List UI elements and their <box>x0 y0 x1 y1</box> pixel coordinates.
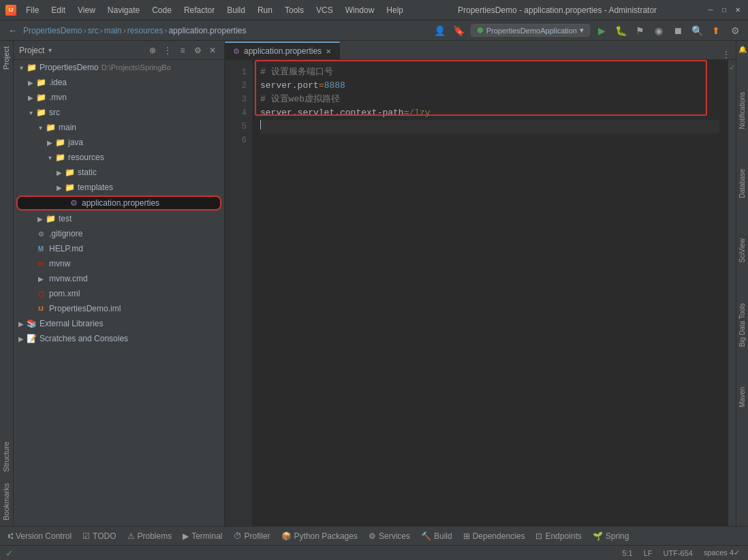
code-line-5[interactable] <box>260 120 719 134</box>
status-position[interactable]: 5:1 <box>619 549 635 557</box>
search-button[interactable]: 🔍 <box>689 23 704 38</box>
bookmarks-left-tab[interactable]: Bookmarks <box>0 478 13 526</box>
maximize-button[interactable]: □ <box>719 5 729 15</box>
tree-app-properties[interactable]: ⚙ application.properties <box>16 196 221 211</box>
tab-spring[interactable]: 🌱 Spring <box>587 529 635 544</box>
menu-run[interactable]: Run <box>252 4 278 16</box>
bigdata-label[interactable]: Big Data Tools <box>738 300 747 349</box>
sidebar-close[interactable]: ✕ <box>206 44 219 57</box>
status-indent[interactable]: spaces 4✓ <box>701 548 743 557</box>
tree-java[interactable]: ▶ 📁 java <box>14 135 224 150</box>
update-button[interactable]: ⬆ <box>708 23 723 38</box>
tree-pomxml[interactable]: ⬡ pom.xml <box>14 286 224 301</box>
chevron-down-icon-main[interactable]: ▾ <box>35 123 45 132</box>
menu-window[interactable]: Window <box>340 4 380 16</box>
project-left-tab[interactable]: Project <box>0 41 13 75</box>
tab-terminal[interactable]: ▶ Terminal <box>177 529 228 544</box>
tree-expand-root[interactable]: ▾ <box>16 63 26 72</box>
tree-gitignore[interactable]: ⚙ .gitignore <box>14 226 224 241</box>
tree-templates[interactable]: ▶ 📁 templates <box>14 180 224 195</box>
chevron-right-icon[interactable]: ▶ <box>26 78 35 87</box>
menu-edit[interactable]: Edit <box>46 4 71 16</box>
sidebar-collapse[interactable]: ≡ <box>176 44 189 57</box>
notifications-tool[interactable]: 🔔 <box>737 44 748 55</box>
menu-bar[interactable]: File Edit View Navigate Code Refactor Bu… <box>20 4 409 16</box>
chevron-right-icon-test[interactable]: ▶ <box>35 214 45 223</box>
tab-endpoints[interactable]: ⊡ Endpoints <box>530 529 587 544</box>
stop-button[interactable]: ⏹ <box>670 23 685 38</box>
breadcrumb-project[interactable]: PropertiesDemo <box>23 26 82 35</box>
debug-button[interactable]: 🐛 <box>613 23 628 38</box>
menu-navigate[interactable]: Navigate <box>102 4 145 16</box>
database-label[interactable]: Database <box>738 166 747 201</box>
tab-version-control[interactable]: ⑆ Version Control <box>3 529 77 544</box>
structure-left-tab[interactable]: Structure <box>0 436 13 478</box>
menu-build[interactable]: Build <box>221 4 251 16</box>
coverage-button[interactable]: ⚑ <box>632 23 647 38</box>
run-config[interactable]: ⬢ PropertiesDemoApplication ▾ <box>471 24 590 37</box>
code-content[interactable]: # 设置服务端口号 server.port=8888 # 设置web虚拟路径 s… <box>252 60 728 526</box>
tree-mvnw-cmd[interactable]: ▶ mvnw.cmd <box>14 271 224 286</box>
tree-scratches[interactable]: ▶ 📝 Scratches and Consoles <box>14 331 224 346</box>
tree-main[interactable]: ▾ 📁 main <box>14 120 224 135</box>
chevron-right-icon-templates[interactable]: ▶ <box>54 183 64 192</box>
chevron-right-icon-extlibs[interactable]: ▶ <box>16 319 26 328</box>
back-button[interactable]: ← <box>5 23 20 38</box>
tree-static[interactable]: ▶ 📁 static <box>14 165 224 180</box>
tab-dependencies[interactable]: ⊞ Dependencies <box>458 529 531 544</box>
tree-iml[interactable]: IJ PropertiesDemo.iml <box>14 301 224 316</box>
tree-helpmd[interactable]: M HELP.md <box>14 241 224 256</box>
status-bar: ✓ 5:1 LF UTF-654 spaces 4✓ <box>0 545 748 560</box>
tab-python-packages[interactable]: 📦 Python Packages <box>276 529 363 544</box>
profile-run-button[interactable]: ◉ <box>651 23 666 38</box>
tab-profiler[interactable]: ⏱ Profiler <box>228 529 276 544</box>
tab-problems[interactable]: ⚠ Problems <box>122 529 178 544</box>
tree-src[interactable]: ▾ 📁 src <box>14 105 224 120</box>
chevron-right-icon-java[interactable]: ▶ <box>45 138 54 147</box>
chevron-right-icon-static[interactable]: ▶ <box>54 168 64 177</box>
minimize-button[interactable]: ─ <box>706 5 715 15</box>
tree-root[interactable]: ▾ 📁 PropertiesDemo D:\Projects\SpringBo <box>14 60 224 75</box>
menu-tools[interactable]: Tools <box>279 4 309 16</box>
menu-view[interactable]: View <box>72 4 101 16</box>
chevron-right-icon-mvn[interactable]: ▶ <box>26 93 35 102</box>
tab-overflow-button[interactable]: ⋮ <box>717 50 736 59</box>
close-button[interactable]: ✕ <box>733 5 743 15</box>
chevron-right-icon-scratches[interactable]: ▶ <box>16 334 26 343</box>
tab-services[interactable]: ⚙ Services <box>363 529 416 544</box>
chevron-down-icon-src[interactable]: ▾ <box>26 108 35 117</box>
menu-file[interactable]: File <box>20 4 44 16</box>
scroll-indicator[interactable]: ✓ <box>728 60 736 526</box>
tab-build[interactable]: 🔨 Build <box>416 529 458 544</box>
status-line-ending[interactable]: LF <box>641 549 655 557</box>
tree-mvn[interactable]: ▶ 📁 .mvn <box>14 90 224 105</box>
menu-code[interactable]: Code <box>146 4 177 16</box>
maven-label[interactable]: Maven <box>738 384 747 410</box>
sidebar-action-1[interactable]: ⊕ <box>146 44 159 57</box>
menu-vcs[interactable]: VCS <box>311 4 339 16</box>
menu-help[interactable]: Help <box>381 4 409 16</box>
tree-resources[interactable]: ▾ 📁 resources <box>14 150 224 165</box>
bookmark-button[interactable]: 🔖 <box>452 23 467 38</box>
tree-test[interactable]: ▶ 📁 test <box>14 211 224 226</box>
scview-label[interactable]: SciView <box>738 236 747 265</box>
tree-ext-libs[interactable]: ▶ 📚 External Libraries <box>14 316 224 331</box>
menu-refactor[interactable]: Refactor <box>178 4 220 16</box>
settings-button[interactable]: ⚙ <box>728 23 743 38</box>
chevron-down-icon-resources[interactable]: ▾ <box>45 153 54 162</box>
run-button[interactable]: ▶ <box>594 23 609 38</box>
breadcrumb-src[interactable]: src <box>88 26 99 35</box>
tree-idea[interactable]: ▶ 📁 .idea <box>14 75 224 90</box>
tree-mvnw[interactable]: m mvnw <box>14 256 224 271</box>
notifications-label[interactable]: Notifications <box>738 89 747 131</box>
breadcrumb-main[interactable]: main <box>104 26 122 35</box>
editor-tab-app-properties[interactable]: ⚙ application.properties ✕ <box>225 42 340 59</box>
tab-todo[interactable]: ☑ TODO <box>77 529 121 544</box>
sidebar-action-2[interactable]: ⋮ <box>161 44 174 57</box>
status-encoding[interactable]: UTF-654 <box>661 549 696 557</box>
breadcrumb-resources[interactable]: resources <box>127 26 163 35</box>
sidebar-settings[interactable]: ⚙ <box>191 44 204 57</box>
profile-button[interactable]: 👤 <box>433 23 448 38</box>
tab-close-button[interactable]: ✕ <box>326 48 331 55</box>
window-controls[interactable]: ─ □ ✕ <box>706 5 743 15</box>
